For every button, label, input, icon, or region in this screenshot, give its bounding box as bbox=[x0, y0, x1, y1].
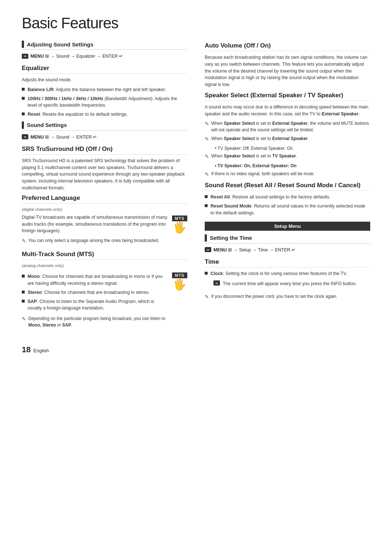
bullet-icon bbox=[22, 88, 25, 91]
multi-track-title: Multi-Track Sound (MTS) bbox=[22, 251, 187, 260]
section-bar bbox=[22, 122, 24, 129]
bullet-icon bbox=[22, 300, 25, 303]
note-pencil-icon: ✎ bbox=[205, 153, 209, 160]
equalizer-bullet-2: 100Hz / 300Hz / 1kHz / 3kHz / 10kHz (Ban… bbox=[22, 95, 187, 109]
mts-label: MTS bbox=[172, 215, 187, 221]
bullet-icon bbox=[205, 204, 208, 207]
hand-icon: 🖐 bbox=[173, 222, 186, 233]
sound-menu-instruction: m MENU ⊞ → Sound → ENTER ↵ bbox=[22, 134, 187, 140]
time-disconnect-note: ✎ If you disconnect the power cord, you … bbox=[205, 293, 370, 301]
sound-reset-bullets: Reset All: Restore all sound settings to… bbox=[205, 194, 370, 216]
time-bullets: Clock: Setting the clock is for using va… bbox=[205, 270, 370, 277]
multi-track-row: Mono: Choose for channels that are broad… bbox=[22, 271, 187, 330]
preferred-language-subtitle: (digital channels only) bbox=[22, 206, 187, 213]
speaker-select-note-2: ✎ When Speaker Select is set to External… bbox=[205, 135, 370, 143]
bullet-icon bbox=[205, 272, 208, 275]
speaker-select-note-3: ✎ When Speaker Select is set to TV Speak… bbox=[205, 153, 370, 160]
note-pencil-icon: ✎ bbox=[205, 135, 209, 143]
time-indent-note-text: The current time will appear every time … bbox=[223, 280, 357, 287]
left-column: Adjusting Sound Settings m MENU ⊞ → Soun… bbox=[22, 41, 187, 330]
multi-track-bullet-1: Mono: Choose for channels that are broad… bbox=[22, 273, 168, 287]
note-pencil-icon: ✎ bbox=[205, 120, 209, 128]
note-pencil-icon: ✎ bbox=[22, 237, 26, 245]
sound-reset-bullet-1: Reset All: Restore all sound settings to… bbox=[205, 194, 370, 201]
time-disconnect-text: If you disconnect the power cord, you ha… bbox=[211, 293, 338, 300]
bullet-icon bbox=[22, 291, 25, 293]
equalizer-bullet-3: Reset: Resets the equalizer to its defau… bbox=[22, 111, 187, 118]
mts-label-2: MTS bbox=[172, 272, 187, 278]
section-bar bbox=[205, 234, 207, 242]
page-number-row: 18 English bbox=[22, 345, 370, 354]
page-number: 18 bbox=[22, 345, 30, 354]
note-pencil-icon: ✎ bbox=[205, 293, 209, 301]
time-bullet-1: Clock: Setting the clock is for using va… bbox=[205, 270, 370, 277]
hand-icon-2: 🖐 bbox=[173, 279, 186, 290]
multi-track-mts-badge: MTS 🖐 bbox=[172, 272, 187, 290]
page-label: English bbox=[33, 348, 49, 353]
srs-description: SRS TruSurround HD is a patented SRS tec… bbox=[22, 157, 187, 192]
menu-icon: m bbox=[22, 54, 28, 59]
bullet-icon bbox=[22, 275, 25, 278]
section-bar bbox=[22, 41, 24, 48]
auto-volume-description: Because each broadcasting station has it… bbox=[205, 54, 370, 88]
adjusting-sound-header: Adjusting Sound Settings bbox=[22, 41, 187, 50]
multi-track-note: ✎ Depending on the particular program be… bbox=[22, 315, 168, 328]
equalizer-menu-path: MENU ⊞ → Sound → Equalizer → ENTER ↵ bbox=[30, 53, 123, 59]
time-indent-note: m The current time will appear every tim… bbox=[213, 280, 370, 290]
note-pencil-icon: ✎ bbox=[205, 171, 209, 178]
preferred-language-row: Digital-TV broadcasts are capable of sim… bbox=[22, 214, 187, 247]
equalizer-bullet-1: Balance L/R: Adjusts the balance between… bbox=[22, 86, 187, 93]
preferred-language-note-text: You can only select a language among the… bbox=[28, 237, 159, 244]
speaker-select-note-4: ✎ If there is no video signal, both spea… bbox=[205, 171, 370, 178]
right-column: Auto Volume (Off / On) Because each broa… bbox=[205, 41, 370, 330]
sound-reset-title: Sound Reset (Reset All / Reset Sound Mod… bbox=[205, 182, 370, 191]
bullet-icon bbox=[22, 112, 25, 115]
auto-volume-title: Auto Volume (Off / On) bbox=[205, 42, 370, 51]
bullet-icon bbox=[22, 97, 25, 100]
time-title: Time bbox=[205, 258, 370, 267]
speaker-select-sub-2: • TV Speaker: On, External Speaker: On bbox=[215, 163, 370, 169]
time-menu-instruction: m MENU ⊞ → Setup → Time → ENTER ↵ bbox=[205, 247, 370, 252]
sound-reset-bullet-2: Reset Sound Mode: Returns all sound valu… bbox=[205, 203, 370, 217]
preferred-language-text: Digital-TV broadcasts are capable of sim… bbox=[22, 214, 168, 247]
speaker-select-description: A sound echo may occur due to a differen… bbox=[205, 104, 370, 118]
preferred-language-mts-badge: MTS 🖐 bbox=[172, 215, 187, 233]
note-pencil-icon: ✎ bbox=[22, 315, 26, 323]
multi-track-bullets: Mono: Choose for channels that are broad… bbox=[22, 273, 168, 312]
speaker-select-title: Speaker Select (External Speaker / TV Sp… bbox=[205, 92, 370, 101]
speaker-select-sub-1: • TV Speaker: Off, External Speaker: On bbox=[215, 145, 370, 152]
menu-icon: m bbox=[22, 134, 28, 139]
bullet-icon bbox=[205, 195, 208, 198]
setting-time-header: Setting the Time bbox=[205, 234, 370, 243]
setting-time-title: Setting the Time bbox=[210, 235, 252, 241]
speaker-select-note-1: ✎ When Speaker Select is set to External… bbox=[205, 120, 370, 133]
sound-menu-path: MENU ⊞ → Sound → ENTER ↵ bbox=[30, 134, 97, 140]
sound-settings-title: Sound Settings bbox=[27, 122, 67, 128]
preferred-language-description: Digital-TV broadcasts are capable of sim… bbox=[22, 214, 168, 234]
multi-track-subtitle: (analog channels only) bbox=[22, 263, 187, 269]
equalizer-title: Equalizer bbox=[22, 65, 187, 74]
multi-track-text: Mono: Choose for channels that are broad… bbox=[22, 271, 168, 330]
preferred-language-note: ✎ You can only select a language among t… bbox=[22, 237, 168, 245]
adjusting-sound-title: Adjusting Sound Settings bbox=[27, 41, 93, 48]
multi-track-bullet-2: Stereo: Choose for channels that are bro… bbox=[22, 289, 168, 296]
preferred-language-title: Preferred Language bbox=[22, 194, 187, 204]
menu-icon-inline: m bbox=[213, 280, 220, 286]
equalizer-menu-instruction: m MENU ⊞ → Sound → Equalizer → ENTER ↵ bbox=[22, 53, 187, 59]
menu-icon: m bbox=[205, 247, 211, 252]
setup-menu-banner: Setup Menu bbox=[205, 222, 370, 231]
equalizer-bullets: Balance L/R: Adjusts the balance between… bbox=[22, 86, 187, 118]
multi-track-bullet-3: SAP: Choose to listen to the Separate Au… bbox=[22, 298, 168, 312]
time-menu-path: MENU ⊞ → Setup → Time → ENTER ↵ bbox=[213, 247, 295, 252]
equalizer-description: Adjusts the sound mode. bbox=[22, 77, 187, 83]
srs-title: SRS TruSurround HD (Off / On) bbox=[22, 145, 187, 155]
sound-settings-header: Sound Settings bbox=[22, 122, 187, 131]
page-title: Basic Features bbox=[22, 15, 370, 32]
